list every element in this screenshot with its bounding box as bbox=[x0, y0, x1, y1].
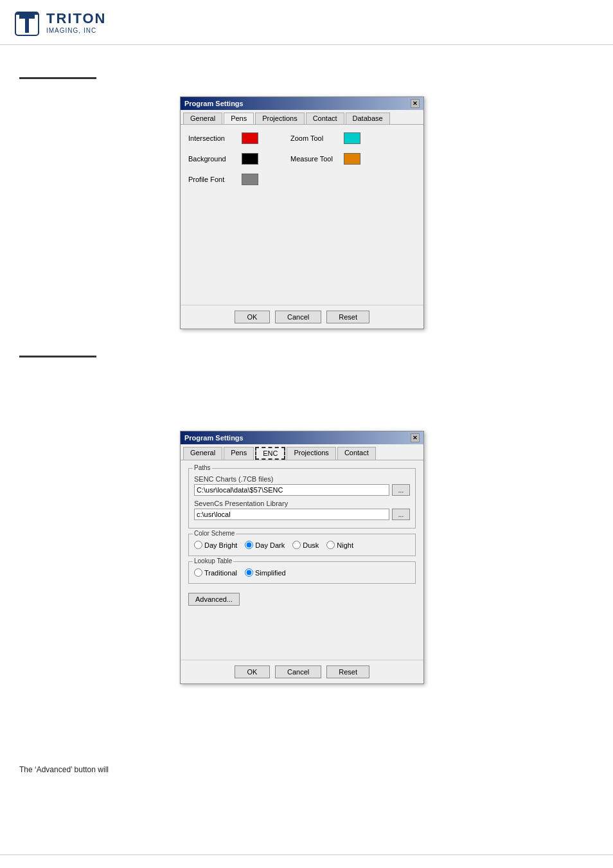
sevenc-path-row: ... bbox=[194, 509, 410, 520]
pens-zoomtool-label: Zoom Tool bbox=[290, 134, 339, 142]
dialog1-close-button[interactable]: ✕ bbox=[411, 99, 420, 108]
lookup-simplified-radio[interactable] bbox=[245, 568, 253, 577]
senc-browse-button[interactable]: ... bbox=[392, 484, 410, 496]
logo: TRITON IMAGING, INC bbox=[13, 8, 106, 37]
pens-intersection-color[interactable] bbox=[242, 132, 258, 144]
dialog2-close-button[interactable]: ✕ bbox=[411, 433, 420, 442]
dialog2-title: Program Settings bbox=[184, 434, 244, 442]
lookup-traditional-radio[interactable] bbox=[194, 568, 202, 577]
dialog2-tab-projections[interactable]: Projections bbox=[287, 447, 335, 460]
pens-measuretool-row: Measure Tool bbox=[290, 153, 360, 165]
pens-section: Intersection Background Profile Font bbox=[188, 132, 416, 190]
dialog2-footer: OK Cancel Reset bbox=[181, 660, 423, 683]
dialog1-title: Program Settings bbox=[184, 100, 244, 107]
sevenc-label: SevenCs Presentation Library bbox=[194, 500, 410, 507]
dialog-program-settings-pens: Program Settings ✕ General Pens Projecti… bbox=[180, 96, 424, 329]
lookup-traditional[interactable]: Traditional bbox=[194, 568, 237, 577]
page-header: TRITON IMAGING, INC bbox=[0, 0, 613, 45]
pens-profilefont-row: Profile Font bbox=[188, 174, 258, 185]
dialog2-tabs: General Pens ENC Projections Contact bbox=[181, 444, 423, 460]
dialog1-ok-button[interactable]: OK bbox=[235, 311, 270, 323]
pens-right-column: Zoom Tool Measure Tool bbox=[290, 132, 360, 190]
color-day-dark[interactable]: Day Dark bbox=[245, 541, 285, 549]
senc-path-input[interactable] bbox=[194, 484, 389, 496]
dialog2-reset-button[interactable]: Reset bbox=[326, 665, 369, 678]
color-dusk-radio[interactable] bbox=[292, 541, 301, 549]
color-scheme-title: Color Scheme bbox=[193, 530, 236, 537]
paths-group-title: Paths bbox=[193, 464, 212, 471]
advanced-button[interactable]: Advanced... bbox=[188, 593, 240, 606]
pens-intersection-row: Intersection bbox=[188, 132, 258, 144]
color-scheme-group: Color Scheme Day Bright Day Dark Dusk Ni… bbox=[188, 534, 416, 556]
dialog2-tab-enc[interactable]: ENC bbox=[255, 447, 285, 460]
dialog1-tab-general[interactable]: General bbox=[183, 113, 222, 124]
logo-triton: TRITON bbox=[46, 10, 106, 27]
lookup-table-title: Lookup Table bbox=[193, 557, 233, 565]
footer-line bbox=[0, 854, 613, 855]
dialog-program-settings-enc: Program Settings ✕ General Pens ENC Proj… bbox=[180, 431, 424, 684]
pens-background-row: Background bbox=[188, 153, 258, 165]
pens-background-color[interactable] bbox=[242, 153, 258, 165]
dialog1-title-bar: Program Settings ✕ bbox=[181, 97, 423, 110]
dialog2-tab-contact[interactable]: Contact bbox=[337, 447, 376, 460]
logo-text: TRITON IMAGING, INC bbox=[46, 10, 106, 34]
dialog2-tab-general[interactable]: General bbox=[183, 447, 222, 460]
senc-label: SENC Charts (.7CB files) bbox=[194, 475, 410, 483]
bottom-text: The ‘Advanced’ button will bbox=[19, 765, 109, 774]
color-night[interactable]: Night bbox=[326, 541, 353, 549]
color-day-bright-radio[interactable] bbox=[194, 541, 202, 549]
color-scheme-options: Day Bright Day Dark Dusk Night bbox=[194, 538, 410, 552]
pens-measuretool-color[interactable] bbox=[344, 153, 360, 165]
color-day-bright[interactable]: Day Bright bbox=[194, 541, 237, 549]
color-day-dark-radio[interactable] bbox=[245, 541, 253, 549]
lookup-table-options: Traditional Simplified bbox=[194, 566, 410, 579]
logo-sub: IMAGING, INC bbox=[46, 27, 106, 34]
paths-content: SENC Charts (.7CB files) ... SevenCs Pre… bbox=[194, 475, 410, 520]
dialog1-tab-projections[interactable]: Projections bbox=[255, 113, 304, 124]
section-divider-1 bbox=[19, 77, 96, 79]
lookup-table-group: Lookup Table Traditional Simplified bbox=[188, 561, 416, 584]
pens-measuretool-label: Measure Tool bbox=[290, 155, 339, 163]
color-dusk[interactable]: Dusk bbox=[292, 541, 319, 549]
paths-group: Paths SENC Charts (.7CB files) ... Seven… bbox=[188, 468, 416, 529]
dialog1-tabs: General Pens Projections Contact Databas… bbox=[181, 110, 423, 125]
pens-profilefont-color[interactable] bbox=[242, 174, 258, 185]
pens-zoomtool-color[interactable] bbox=[344, 132, 360, 144]
logo-icon bbox=[13, 8, 41, 37]
dialog1-reset-button[interactable]: Reset bbox=[326, 311, 369, 323]
pens-zoomtool-row: Zoom Tool bbox=[290, 132, 360, 144]
svg-marker-1 bbox=[19, 15, 35, 33]
senc-path-row: ... bbox=[194, 484, 410, 496]
dialog1-footer: OK Cancel Reset bbox=[181, 305, 423, 329]
pens-profilefont-label: Profile Font bbox=[188, 176, 236, 183]
dialog2-title-bar: Program Settings ✕ bbox=[181, 431, 423, 444]
dialog2-tab-pens[interactable]: Pens bbox=[224, 447, 254, 460]
section-divider-2 bbox=[19, 356, 96, 357]
sevenc-path-input[interactable] bbox=[194, 509, 389, 520]
color-night-radio[interactable] bbox=[326, 541, 335, 549]
dialog1-tab-database[interactable]: Database bbox=[346, 113, 390, 124]
dialog2-cancel-button[interactable]: Cancel bbox=[275, 665, 321, 678]
pens-intersection-label: Intersection bbox=[188, 134, 236, 142]
dialog2-ok-button[interactable]: OK bbox=[235, 665, 270, 678]
sevenc-browse-button[interactable]: ... bbox=[392, 509, 410, 520]
pens-left-column: Intersection Background Profile Font bbox=[188, 132, 258, 190]
dialog2-body: Paths SENC Charts (.7CB files) ... Seven… bbox=[181, 460, 423, 660]
dialog1-tab-contact[interactable]: Contact bbox=[306, 113, 344, 124]
dialog1-tab-pens[interactable]: Pens bbox=[224, 113, 254, 124]
page-content: Program Settings ✕ General Pens Projecti… bbox=[0, 45, 613, 868]
dialog1-body: Intersection Background Profile Font bbox=[181, 125, 423, 305]
dialog1-cancel-button[interactable]: Cancel bbox=[275, 311, 321, 323]
pens-background-label: Background bbox=[188, 155, 236, 163]
lookup-simplified[interactable]: Simplified bbox=[245, 568, 286, 577]
